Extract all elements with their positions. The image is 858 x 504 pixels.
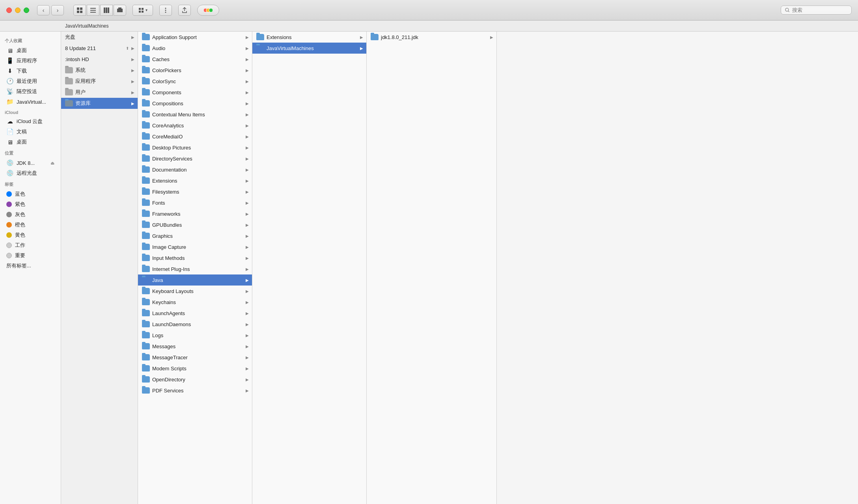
sidebar-item-tag-all[interactable]: 所有标签...	[2, 261, 59, 271]
col2-item-gpubundles[interactable]: GPUBundles ▶	[138, 219, 252, 230]
maximize-button[interactable]	[24, 7, 29, 13]
col2-item-imagecapture[interactable]: Image Capture ▶	[138, 241, 252, 252]
search-input[interactable]	[792, 7, 847, 13]
col3-label-javm: JavaVirtualMachines	[267, 45, 358, 51]
col2-item-pdfservices[interactable]: PDF Services ▶	[138, 385, 252, 396]
sidebar-item-desktop-ic[interactable]: 🖥 桌面	[2, 137, 59, 147]
jdk-disc-icon: 💿	[6, 159, 13, 166]
col2-item-fonts[interactable]: Fonts ▶	[138, 197, 252, 208]
col2-item-compositions[interactable]: Compositions ▶	[138, 98, 252, 109]
svg-rect-15	[142, 11, 144, 13]
col2-item-coreanalytics[interactable]: CoreAnalytics ▶	[138, 120, 252, 131]
col2-item-appsupport[interactable]: Application Support ▶	[138, 32, 252, 43]
view-cover-button[interactable]	[114, 5, 126, 16]
col2-item-java[interactable]: Java ▶	[138, 274, 252, 286]
col2-item-graphics[interactable]: Graphics ▶	[138, 230, 252, 241]
col2-item-keyboardlayouts[interactable]: Keyboard Layouts ▶	[138, 286, 252, 297]
sidebar-item-tag-work[interactable]: 工作	[2, 240, 59, 250]
col2-item-colorsync[interactable]: ColorSync ▶	[138, 76, 252, 87]
col2-item-internetplugins[interactable]: Internet Plug-Ins ▶	[138, 263, 252, 274]
tag-button[interactable]	[197, 5, 219, 16]
col2-item-documentation[interactable]: Documentation ▶	[138, 164, 252, 175]
docs-icon: 📄	[6, 128, 13, 135]
view-icon-button[interactable]	[73, 5, 86, 16]
sidebar-item-airdrop[interactable]: 📡 隔空投送	[2, 86, 59, 97]
sidebar-item-tag-orange[interactable]: 橙色	[2, 220, 59, 230]
sidebar-label-desktop: 桌面	[17, 47, 27, 54]
minimize-button[interactable]	[15, 7, 21, 13]
col2-item-messagetracer[interactable]: MessageTracer ▶	[138, 352, 252, 363]
svg-rect-4	[90, 8, 96, 9]
sidebar-item-icloud-drive[interactable]: ☁ iCloud 云盘	[2, 116, 59, 127]
col2-label-contextualmenuitems: Contextual Menu Items	[152, 112, 243, 118]
sidebar-item-jdk[interactable]: 💿 JDK 8... ⏏	[2, 158, 59, 168]
col2-item-coremediaio[interactable]: CoreMediaIO ▶	[138, 131, 252, 142]
col2-label-modemscripts: Modem Scripts	[152, 366, 243, 371]
view-columns-button[interactable]	[100, 5, 113, 16]
sidebar-item-recent[interactable]: 🕐 最近使用	[2, 76, 59, 86]
inputmethods-folder-icon	[142, 255, 150, 261]
sidebar-item-tag-purple[interactable]: 紫色	[2, 199, 59, 209]
col1-item-macinthd[interactable]: :intosh HD ▶	[61, 54, 138, 65]
col2-item-components[interactable]: Components ▶	[138, 87, 252, 98]
col2-item-keychains[interactable]: Keychains ▶	[138, 297, 252, 308]
col1-item-library[interactable]: 资源库 ▶	[61, 98, 138, 109]
col2-label-messages: Messages	[152, 343, 243, 349]
sidebar-label-recent: 最近使用	[17, 78, 37, 85]
sidebar-item-downloads[interactable]: ⬇ 下载	[2, 66, 59, 76]
icloud-drive-icon: ☁	[6, 118, 13, 125]
col1-item-system[interactable]: 系统 ▶	[61, 65, 138, 76]
sidebar-item-tag-yellow[interactable]: 黄色	[2, 230, 59, 240]
col2-item-extensions[interactable]: Extensions ▶	[138, 175, 252, 186]
sidebar-item-remote-disc[interactable]: 💿 远程光盘	[2, 168, 59, 178]
back-button[interactable]: ‹	[37, 5, 50, 15]
col2-item-contextualmenuitems[interactable]: Contextual Menu Items ▶	[138, 109, 252, 120]
col1-item-disc[interactable]: 光盘 ▶	[61, 32, 138, 43]
tag-purple-dot	[6, 202, 12, 207]
traffic-lights	[6, 7, 29, 13]
filesystems-folder-icon	[142, 189, 150, 195]
col3-item-javm[interactable]: JavaVirtualMachines ▶	[252, 43, 366, 54]
col2-item-launchdaemons[interactable]: LaunchDaemons ▶	[138, 319, 252, 330]
col1-item-jdk211[interactable]: 8 Update 211 ⬆ ▶	[61, 43, 138, 54]
col1-label-library: 资源库	[75, 100, 129, 107]
gpubundles-folder-icon	[142, 222, 150, 228]
col2-item-desktoppictures[interactable]: Desktop Pictures ▶	[138, 142, 252, 153]
graphics-folder-icon	[142, 233, 150, 239]
col1-item-apps[interactable]: 应用程序 ▶	[61, 76, 138, 87]
action-button[interactable]	[159, 5, 172, 16]
sidebar-item-desktop[interactable]: 🖥 桌面	[2, 45, 59, 56]
share-button[interactable]	[178, 5, 191, 16]
search-box[interactable]	[781, 6, 852, 15]
col2-item-messages[interactable]: Messages ▶	[138, 341, 252, 352]
col4-item-jdk[interactable]: jdk1.8.0_211.jdk ▶	[367, 32, 496, 43]
col2-item-directoryservices[interactable]: DirectoryServices ▶	[138, 153, 252, 164]
sidebar-item-apps[interactable]: 📱 应用程序	[2, 56, 59, 66]
colorsync-folder-icon	[142, 78, 150, 84]
sidebar-label-docs: 文稿	[17, 128, 27, 135]
svg-point-22	[785, 8, 789, 11]
col2-item-caches[interactable]: Caches ▶	[138, 54, 252, 65]
col2-item-colorpickers[interactable]: ColorPickers ▶	[138, 65, 252, 76]
col2-item-modemscripts[interactable]: Modem Scripts ▶	[138, 363, 252, 374]
col2-item-logs[interactable]: Logs ▶	[138, 330, 252, 341]
forward-button[interactable]: ›	[51, 5, 64, 15]
col2-item-launchagents[interactable]: LaunchAgents ▶	[138, 308, 252, 319]
col2-item-inputmethods[interactable]: Input Methods ▶	[138, 252, 252, 263]
sidebar-item-docs[interactable]: 📄 文稿	[2, 127, 59, 137]
column-3: Extensions ▶ JavaVirtualMachines ▶	[252, 32, 367, 504]
col2-item-audio[interactable]: Audio ▶	[138, 43, 252, 54]
col3-item-extensions[interactable]: Extensions ▶	[252, 32, 366, 43]
col2-item-opendirectory[interactable]: OpenDirectory ▶	[138, 374, 252, 385]
col2-label-graphics: Graphics	[152, 233, 243, 239]
sidebar-item-tag-important[interactable]: 重要	[2, 250, 59, 261]
sidebar-item-jvmfolder[interactable]: 📁 JavaVirtual...	[2, 97, 59, 107]
view-dropdown-button[interactable]: ▾	[132, 5, 153, 16]
close-button[interactable]	[6, 7, 12, 13]
view-list-button[interactable]	[87, 5, 99, 16]
sidebar-item-tag-blue[interactable]: 蓝色	[2, 189, 59, 199]
col1-item-user[interactable]: 用户 ▶	[61, 87, 138, 98]
col2-item-frameworks[interactable]: Frameworks ▶	[138, 208, 252, 219]
col2-item-filesystems[interactable]: Filesystems ▶	[138, 186, 252, 197]
sidebar-item-tag-gray[interactable]: 灰色	[2, 209, 59, 220]
